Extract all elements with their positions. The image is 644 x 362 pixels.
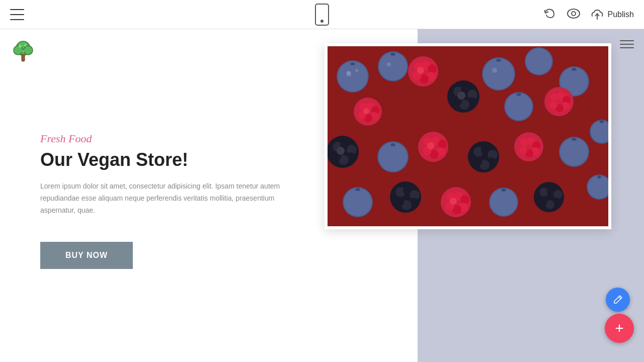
svg-rect-6: [22, 54, 25, 61]
svg-point-106: [394, 197, 404, 207]
svg-point-50: [457, 92, 465, 100]
svg-point-98: [344, 188, 372, 216]
svg-point-96: [572, 138, 577, 141]
svg-point-52: [505, 93, 532, 120]
svg-point-34: [417, 67, 424, 74]
hero-title: Our Vegan Store!: [40, 149, 287, 170]
svg-point-17: [379, 52, 407, 80]
svg-point-30: [428, 64, 437, 73]
svg-point-71: [390, 143, 395, 146]
undo-button[interactable]: [542, 7, 556, 23]
svg-point-117: [501, 189, 506, 192]
svg-point-55: [550, 93, 558, 101]
top-bar-center: [315, 4, 329, 26]
svg-point-127: [597, 175, 601, 178]
top-bar-right: Publish: [542, 7, 634, 23]
svg-point-13: [350, 62, 355, 65]
publish-button[interactable]: Publish: [591, 9, 634, 20]
svg-point-26: [572, 68, 577, 71]
menu-icon[interactable]: [10, 9, 24, 20]
svg-point-110: [460, 195, 469, 204]
svg-point-70: [378, 142, 408, 171]
svg-point-0: [568, 9, 580, 18]
svg-point-42: [363, 108, 369, 114]
svg-point-121: [553, 190, 562, 199]
svg-point-79: [427, 142, 434, 149]
site-logo: [10, 39, 36, 67]
svg-point-131: [346, 71, 351, 76]
svg-point-53: [516, 93, 521, 96]
svg-point-7: [19, 45, 22, 48]
svg-point-75: [438, 140, 447, 149]
fab-add-button[interactable]: +: [605, 314, 634, 343]
svg-point-60: [549, 101, 557, 109]
svg-point-133: [492, 68, 497, 73]
page-content: Fresh Food Our Vegan Store! Lorem ipsum …: [0, 29, 644, 362]
svg-point-130: [600, 120, 604, 123]
right-panel: [418, 29, 644, 362]
svg-point-86: [472, 156, 482, 166]
mobile-preview-icon[interactable]: [315, 4, 329, 26]
site-menu-icon[interactable]: [620, 40, 634, 48]
svg-point-12: [338, 61, 368, 92]
svg-point-68: [337, 147, 345, 155]
svg-point-114: [450, 198, 457, 205]
svg-point-9: [22, 50, 24, 52]
fab-add-icon: +: [615, 320, 624, 337]
svg-point-15: [356, 69, 358, 72]
svg-point-88: [520, 138, 528, 146]
svg-point-23: [526, 48, 552, 74]
top-bar-left: [10, 9, 24, 20]
svg-point-124: [538, 197, 547, 206]
svg-point-8: [24, 44, 27, 47]
hero-content: Fresh Food Our Vegan Store! Lorem ipsum …: [40, 132, 287, 268]
hero-image: [325, 43, 611, 229]
svg-point-1: [572, 12, 576, 16]
svg-point-18: [390, 53, 395, 56]
svg-point-93: [519, 146, 527, 154]
svg-point-21: [496, 59, 501, 62]
hero-subtitle: Fresh Food: [40, 132, 287, 145]
fab-edit-button[interactable]: [606, 288, 630, 312]
svg-point-5: [24, 46, 33, 55]
svg-point-20: [483, 58, 514, 89]
publish-label: Publish: [608, 10, 634, 19]
svg-point-99: [355, 188, 360, 191]
buy-now-button[interactable]: BUY NOW: [40, 242, 133, 269]
preview-button[interactable]: [567, 8, 581, 21]
top-bar: Publish: [0, 0, 644, 29]
svg-point-116: [490, 189, 517, 216]
svg-line-134: [619, 297, 621, 299]
svg-point-132: [387, 62, 391, 66]
hero-description: Lorem ipsum dolor sit amet, consectetur …: [40, 180, 287, 216]
svg-point-95: [560, 138, 588, 166]
